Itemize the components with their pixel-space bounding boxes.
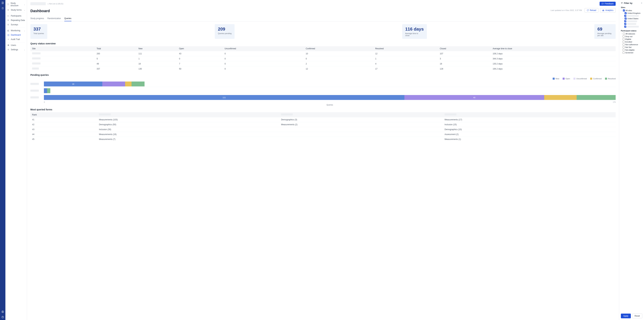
table-header: Unconfirmed	[223, 46, 304, 51]
sidebar-item-study-forms[interactable]: 🗎Study forms⌄	[6, 8, 27, 12]
table-row: #1Measurements (103)Demographics (3)Meas…	[30, 117, 616, 122]
folder-icon: 🗀	[7, 15, 10, 17]
forms-icon: 🗎	[7, 9, 10, 11]
tree-toggle[interactable]	[622, 17, 624, 19]
filter-group-sites: Sites	[621, 6, 642, 8]
checkbox-country[interactable]	[624, 12, 626, 14]
table-cell: Measurements (2)	[279, 122, 443, 127]
table-cell: 0	[304, 56, 374, 61]
sidebar-item-audit-trail[interactable]: ≡Audit Trail	[6, 37, 27, 41]
checkbox-status[interactable]	[622, 52, 624, 54]
table-cell: Inclusion (15)	[443, 122, 616, 127]
chart-bar-row: 11143	[30, 94, 616, 101]
table-row: #4Measurements (16)Assessment (2)	[30, 132, 616, 137]
table-cell: 43	[177, 51, 223, 56]
svg-rect-7	[602, 10, 603, 11]
tree-toggle[interactable]	[621, 33, 622, 35]
logo-icon[interactable]	[1, 1, 4, 4]
sidebar-item-study-structure[interactable]: ☷Study structure⌄	[6, 1, 27, 8]
reset-button[interactable]: Reset	[632, 314, 642, 318]
table-cell: 4	[374, 61, 438, 66]
axis-label: Queries	[326, 104, 333, 106]
checkbox-status[interactable]	[622, 46, 624, 48]
sidebar-item-label: Audit Trail	[11, 38, 20, 40]
card-total-queries: 337Total queries	[30, 24, 47, 39]
chevron-down-icon: ⌄	[24, 49, 25, 51]
checkbox-status[interactable]	[622, 43, 624, 45]
tab-study-progress[interactable]: Study progress	[30, 16, 44, 21]
sidebar-item-label: Surveys	[11, 23, 18, 26]
site-redacted	[627, 26, 639, 27]
table-cell: 12	[374, 51, 438, 56]
section-most-queried-forms: Most queried forms	[30, 108, 616, 111]
query-status-table: SiteTotalNewOpenUnconfirmedConfirmedReso…	[30, 46, 616, 71]
card-value: 209	[218, 26, 232, 32]
sidebar-item-label: Study structure	[10, 2, 22, 7]
sidebar-item-monitoring[interactable]: ◧Monitoring⌄	[6, 28, 27, 33]
filter-icon	[621, 2, 623, 4]
legend-label: Unconfirmed	[576, 78, 587, 80]
legend-swatch	[562, 78, 565, 80]
bar-segment: 18	[44, 81, 102, 86]
checkbox-all-statuses[interactable]	[623, 33, 625, 35]
checkbox-site[interactable]	[624, 20, 626, 22]
table-cell: 12	[304, 66, 374, 71]
table-header: Closed	[438, 46, 491, 51]
chevron-down-icon: ⌄	[24, 3, 25, 5]
topbar: ◇ Not Live (v.105.01) Feedback	[30, 2, 616, 6]
legend-item: Unconfirmed	[574, 78, 587, 80]
table-cell: Measurements (1)	[443, 137, 616, 142]
table-cell: Inclusion (30)	[97, 127, 279, 132]
feedback-button[interactable]: Feedback	[600, 2, 616, 6]
header-redacted	[281, 113, 293, 115]
legend-label: Open	[566, 78, 570, 80]
sidebar-item-label: Settings	[11, 48, 18, 51]
help-icon[interactable]	[1, 316, 4, 319]
sidebar-item-settings[interactable]: ⚙Settings⌄	[6, 47, 27, 52]
tab-randomization[interactable]: Randomization	[48, 16, 61, 21]
site-cell-redacted	[32, 67, 39, 69]
table-cell: 49	[95, 61, 137, 66]
reload-button[interactable]: Reload	[584, 8, 598, 12]
sidebar-item-participants[interactable]: 🗀Participants	[6, 14, 27, 18]
axis-tick-max: 176	[613, 101, 616, 103]
table-cell: 7	[177, 61, 223, 66]
checkbox-status[interactable]	[622, 41, 624, 43]
tree-toggle[interactable]	[621, 9, 622, 11]
tree-toggle[interactable]	[622, 12, 624, 14]
clipboard-icon[interactable]	[1, 7, 4, 10]
filter-panel: Filter by × Sites All sites United Kingd…	[619, 0, 644, 320]
sidebar-item-repeating-data[interactable]: 🗎Repeating Data	[6, 18, 27, 22]
tabs: Study progress Randomization Queries	[30, 16, 616, 21]
sidebar-item-label: Users	[11, 44, 16, 46]
header-redacted	[99, 113, 111, 115]
chart-bar-row	[30, 88, 616, 94]
section-pending-queries: Pending queries	[30, 74, 616, 76]
checkbox-country[interactable]	[624, 17, 626, 19]
sidebar-item-users[interactable]: ⚉Users	[6, 43, 27, 47]
table-header: Confirmed	[304, 46, 374, 51]
sidebar-item-dashboard[interactable]: ◫Dashboard	[6, 33, 27, 37]
table-row: 4918702418130.2 days	[30, 61, 616, 66]
checkbox-site[interactable]	[624, 26, 626, 28]
svg-point-4	[2, 311, 3, 312]
bar-label-redacted	[30, 90, 39, 92]
checkbox-status[interactable]	[622, 49, 624, 51]
close-icon[interactable]: ×	[641, 2, 642, 4]
checkbox-status[interactable]	[622, 35, 624, 37]
analytics-button[interactable]: Analytics	[600, 8, 616, 12]
tab-queries[interactable]: Queries	[64, 16, 72, 21]
sidebar-item-label: Study forms	[11, 9, 22, 11]
chart-icon: ◫	[7, 34, 10, 36]
table-row: #3Inclusion (30)Demographics (10)	[30, 127, 616, 132]
checkbox-site[interactable]	[624, 15, 626, 17]
table-cell: #1	[30, 117, 97, 122]
user-icon[interactable]	[1, 310, 4, 313]
status-label: Eligible	[625, 38, 631, 40]
sidebar-item-surveys[interactable]: 🗎Surveys	[6, 22, 27, 27]
checkbox-status[interactable]	[622, 38, 624, 40]
table-header: New	[137, 46, 177, 51]
checkbox-all-sites[interactable]	[623, 9, 625, 11]
apply-button[interactable]: Apply	[621, 314, 631, 318]
checkbox-site[interactable]	[624, 23, 626, 25]
